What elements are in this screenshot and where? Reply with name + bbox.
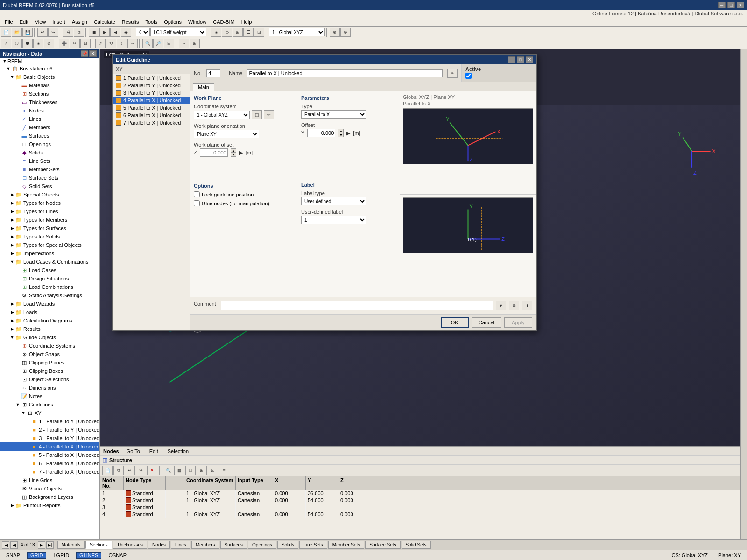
- param-step-down[interactable]: ▼: [338, 133, 344, 137]
- status-lgrid[interactable]: LGRID: [50, 552, 72, 559]
- tab-openings[interactable]: Openings: [248, 541, 276, 549]
- nav-clipping-planes[interactable]: ◫ Clipping Planes: [0, 358, 99, 367]
- tb2-btn5[interactable]: ⊛: [44, 39, 54, 48]
- tb2-btn2[interactable]: ⬡: [12, 39, 22, 48]
- nav-xy-group[interactable]: ▼ ⊞ XY: [0, 409, 99, 417]
- no-input[interactable]: [206, 69, 220, 77]
- tb-redo[interactable]: ↪: [48, 28, 58, 37]
- nav-guideline-2[interactable]: ■ 2 - Parallel to Y | Unlocked: [0, 426, 99, 434]
- menu-file[interactable]: File: [2, 19, 16, 25]
- nav-solids[interactable]: ◆ Solids: [0, 148, 99, 157]
- tb-open[interactable]: 📂: [12, 28, 22, 37]
- nav-notes[interactable]: 📝 Notes: [0, 392, 99, 400]
- nav-solidsets[interactable]: ◇ Solid Sets: [0, 182, 99, 190]
- nav-static-settings[interactable]: ⚙ Static Analysis Settings: [0, 291, 99, 300]
- wp-step-down[interactable]: ▼: [231, 153, 236, 157]
- tab-sections[interactable]: Sections: [85, 541, 112, 549]
- tab-materials[interactable]: Materials: [57, 541, 85, 549]
- tb2-sel2[interactable]: ⊞: [190, 39, 200, 48]
- name-input[interactable]: [247, 69, 443, 77]
- ok-button[interactable]: OK: [441, 317, 469, 328]
- nav-visual-objects[interactable]: 👁 Visual Objects: [0, 484, 99, 493]
- nav-load-cases-comb[interactable]: ▼ 📁 Load Cases & Combinations: [0, 258, 99, 266]
- status-osnap[interactable]: OSNAP: [105, 552, 130, 559]
- nav-guideline-7[interactable]: ■ 7 - Parallel to X | Unlocked: [0, 468, 99, 476]
- nodes-tb-btn3[interactable]: ↩: [125, 466, 135, 475]
- comment-input[interactable]: [221, 301, 493, 310]
- tb-btn2[interactable]: ▶: [99, 28, 110, 37]
- lock-checkbox[interactable]: [194, 191, 200, 197]
- type-select[interactable]: Parallel to X: [301, 110, 366, 119]
- nav-load-combinations[interactable]: ⊞ Load Combinations: [0, 283, 99, 291]
- nav-guideline-1[interactable]: ■ 1 - Parallel to Y | Unlocked: [0, 417, 99, 426]
- nav-nodes[interactable]: • Nodes: [0, 106, 99, 115]
- nav-surfacesets[interactable]: ⊟ Surface Sets: [0, 174, 99, 182]
- nav-prev[interactable]: ◀: [10, 541, 18, 549]
- nodes-tb-filter[interactable]: ▦: [174, 466, 184, 475]
- tab-member-sets[interactable]: Member Sets: [328, 541, 364, 549]
- nav-dimensions[interactable]: ↔ Dimensions: [0, 384, 99, 392]
- param-step-up[interactable]: ▲: [338, 129, 344, 133]
- nav-basic-objects[interactable]: ▼ 📁 Basic Objects: [0, 73, 99, 81]
- tb2-btn12[interactable]: ↔: [127, 39, 138, 48]
- tb2-zoom1[interactable]: 🔍: [142, 39, 153, 48]
- nav-clipping-boxes[interactable]: ⊞ Clipping Boxes: [0, 367, 99, 375]
- nav-pin-button[interactable]: 📌: [81, 50, 88, 57]
- nav-lines[interactable]: ∕ Lines: [0, 115, 99, 123]
- nodes-tb-btn10[interactable]: ≡: [219, 466, 229, 475]
- tb-view5[interactable]: ⊡: [254, 28, 264, 37]
- nav-members[interactable]: ╱ Members: [0, 123, 99, 132]
- nav-busstation[interactable]: ▼ 📋 Bus station.rf6: [0, 64, 99, 73]
- nav-background-layers[interactable]: ◫ Background Layers: [0, 493, 99, 501]
- active-checkbox[interactable]: [465, 73, 472, 79]
- tb2-btn9[interactable]: ⟳: [95, 39, 106, 48]
- dialog-list-item-3[interactable]: 3 Parallel to Y | Unlocked: [113, 89, 190, 97]
- cancel-button[interactable]: Cancel: [472, 317, 501, 328]
- nav-linegrids[interactable]: ⊞ Line Grids: [0, 476, 99, 484]
- comment-btn1[interactable]: ▼: [496, 301, 506, 310]
- tab-solid-sets[interactable]: Solid Sets: [402, 541, 431, 549]
- nav-printout[interactable]: ▶ 📁 Printout Reports: [0, 501, 99, 510]
- nodes-tb-new[interactable]: 📄: [102, 466, 113, 475]
- tb-btn4[interactable]: ◉: [121, 28, 131, 37]
- nav-linesets[interactable]: ≡ Line Sets: [0, 157, 99, 165]
- tb-copy[interactable]: ⧉: [74, 28, 84, 37]
- menu-cadbim[interactable]: CAD-BIM: [210, 19, 237, 25]
- status-grid[interactable]: GRID: [27, 552, 47, 559]
- dialog-close-button[interactable]: ✕: [526, 56, 533, 63]
- nav-object-snaps[interactable]: ⊛ Object Snaps: [0, 350, 99, 358]
- nav-imperfections[interactable]: ▶ 📁 Imperfections: [0, 249, 99, 258]
- nav-types-nodes[interactable]: ▶ 📁 Types for Nodes: [0, 199, 99, 207]
- tab-main[interactable]: Main: [193, 83, 214, 91]
- tb2-btn10[interactable]: ⟲: [106, 39, 116, 48]
- nodes-edit[interactable]: Edit: [148, 448, 160, 455]
- nav-guideline-6[interactable]: ■ 6 - Parallel to X | Unlocked: [0, 459, 99, 468]
- nav-load-wizards[interactable]: ▶ 📁 Load Wizards: [0, 300, 99, 308]
- nav-sections[interactable]: ⊞ Sections: [0, 90, 99, 98]
- menu-options[interactable]: Options: [161, 19, 184, 25]
- nodes-tb-btn4[interactable]: ↪: [136, 466, 146, 475]
- menu-results[interactable]: Results: [119, 19, 142, 25]
- wp-step-up[interactable]: ▲: [231, 148, 236, 153]
- nav-types-surfaces[interactable]: ▶ 📁 Types for Surfaces: [0, 224, 99, 232]
- coord-system-btn2[interactable]: ✏: [264, 110, 274, 119]
- nav-close-button[interactable]: ✕: [89, 50, 97, 57]
- tb-snap1[interactable]: ⊕: [330, 28, 340, 37]
- glue-checkbox[interactable]: [194, 200, 200, 206]
- tb-snap2[interactable]: ⊗: [340, 28, 351, 37]
- status-glines[interactable]: GLINES: [76, 552, 101, 559]
- comment-btn2[interactable]: ⧉: [509, 301, 519, 310]
- nav-guideline-3[interactable]: ■ 3 - Parallel to Y | Unlocked: [0, 434, 99, 442]
- menu-calculate[interactable]: Calculate: [91, 19, 118, 25]
- minimize-button[interactable]: ─: [718, 2, 726, 8]
- tb-lc-name-select[interactable]: LC1 Self-weight: [150, 28, 206, 36]
- nodes-tb-copy[interactable]: ⧉: [113, 466, 124, 475]
- nav-types-special[interactable]: ▶ 📁 Types for Special Objects: [0, 241, 99, 249]
- nav-first[interactable]: |◀: [2, 541, 9, 549]
- nav-guidelines[interactable]: ▼ ⊞ Guidelines: [0, 400, 99, 409]
- nav-materials[interactable]: ▬ Materials: [0, 81, 99, 90]
- nav-calc-diagrams[interactable]: ▶ 📁 Calculation Diagrams: [0, 316, 99, 325]
- nodes-tb-btn9[interactable]: ⊡: [208, 466, 218, 475]
- nav-types-solids[interactable]: ▶ 📁 Types for Solids: [0, 232, 99, 241]
- tb2-sel1[interactable]: →: [179, 39, 189, 48]
